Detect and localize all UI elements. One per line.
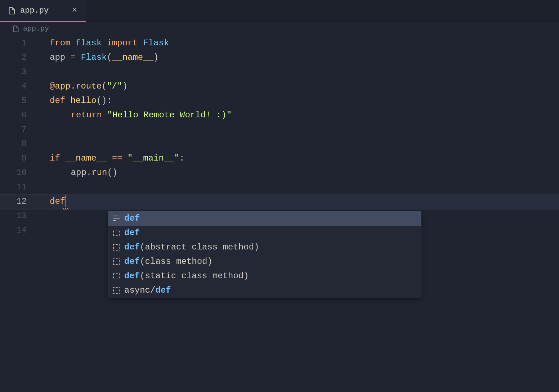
file-icon (8, 7, 16, 15)
code-area[interactable]: from flask import Flask app = Flask(__na… (36, 36, 559, 392)
code-line[interactable]: if __name__ == "__main__": (50, 151, 559, 166)
code-line[interactable]: app.run() (50, 166, 559, 180)
line-number: 1 (0, 36, 27, 50)
snippet-icon (112, 243, 121, 252)
line-number: 8 (0, 137, 27, 151)
breadcrumb-filename: app.py (23, 24, 49, 33)
code-line[interactable]: def hello(): (50, 94, 559, 108)
snippet-icon (112, 229, 121, 237)
snippet-icon (112, 257, 121, 266)
code-line-current[interactable]: def (50, 194, 559, 209)
code-line[interactable] (50, 137, 559, 151)
code-line[interactable]: return "Hello Remote World! :)" (50, 108, 559, 122)
line-number: 7 (0, 122, 27, 137)
suggest-item[interactable]: def (108, 211, 421, 226)
line-number-gutter: 1 2 3 4 5 6 7 8 9 10 11 12 13 14 (0, 36, 36, 392)
suggest-label: def (124, 211, 140, 226)
close-icon[interactable] (70, 5, 79, 16)
suggest-item[interactable]: def (108, 226, 421, 240)
line-number: 10 (0, 166, 27, 180)
line-number: 14 (0, 223, 27, 238)
code-line[interactable] (50, 122, 559, 137)
suggest-label: async/def (124, 283, 171, 298)
code-line[interactable]: from flask import Flask (50, 36, 559, 50)
code-editor[interactable]: 1 2 3 4 5 6 7 8 9 10 11 12 13 14 from fl… (0, 36, 559, 392)
error-squiggle-icon (63, 208, 68, 209)
suggest-label: def(abstract class method) (124, 240, 259, 254)
suggest-item[interactable]: def(static class method) (108, 269, 421, 283)
code-line[interactable]: @app.route("/") (50, 79, 559, 94)
line-number: 5 (0, 94, 27, 108)
line-number: 6 (0, 108, 27, 122)
snippet-icon (112, 272, 121, 280)
text-cursor (66, 195, 66, 207)
suggest-item[interactable]: def(abstract class method) (108, 240, 421, 254)
snippet-icon (112, 286, 121, 295)
keyword-icon (112, 214, 121, 223)
line-number: 12 (0, 194, 27, 209)
line-number: 11 (0, 180, 27, 194)
code-line[interactable] (50, 180, 559, 194)
tab-bar: app.py (0, 0, 559, 22)
line-number: 4 (0, 79, 27, 94)
code-line[interactable] (50, 65, 559, 79)
breadcrumb[interactable]: app.py (0, 22, 559, 36)
tab-label: app.py (20, 6, 66, 15)
suggest-label: def(class method) (124, 254, 213, 269)
line-number: 9 (0, 151, 27, 166)
suggest-label: def(static class method) (124, 269, 249, 283)
file-icon (12, 25, 19, 32)
line-number: 3 (0, 65, 27, 79)
line-number: 13 (0, 209, 27, 223)
suggest-item[interactable]: def(class method) (108, 254, 421, 269)
suggest-label: def (124, 226, 140, 240)
suggest-item[interactable]: async/def (108, 283, 421, 298)
tab-app-py[interactable]: app.py (0, 0, 86, 21)
line-number: 2 (0, 50, 27, 65)
intellisense-popup[interactable]: def def def(abstract class method) def(c… (108, 211, 421, 298)
code-line[interactable]: app = Flask(__name__) (50, 50, 559, 65)
